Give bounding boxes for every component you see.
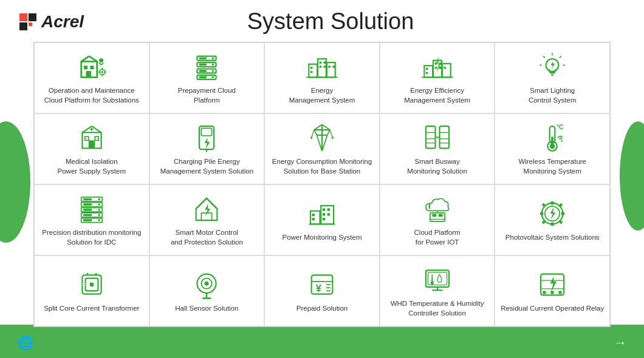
tower-monitor-icon <box>306 122 338 154</box>
solution-grid: Operation and MaintenanceCloud Platform … <box>33 42 611 327</box>
svg-rect-3 <box>29 22 32 26</box>
grid-item-photovoltaic[interactable]: Photovoltaic System Solutions <box>495 184 610 255</box>
svg-rect-64 <box>95 137 98 140</box>
grid-label-wireless-temp: Wireless TemperatureMonitoring System <box>518 157 586 176</box>
svg-point-110 <box>98 209 100 211</box>
grid-label-photovoltaic: Photovoltaic System Solutions <box>505 233 600 243</box>
footer-left[interactable]: 🌐 <box>17 335 33 351</box>
grid-item-op-maintenance[interactable]: Operation and MaintenanceCloud Platform … <box>34 42 149 113</box>
svg-rect-63 <box>85 137 89 140</box>
power-building-icon <box>306 198 338 229</box>
header: Acrel System Solution <box>0 0 644 38</box>
svg-rect-122 <box>323 213 325 215</box>
svg-rect-119 <box>312 218 315 220</box>
svg-line-75 <box>314 124 322 130</box>
grid-item-residual-current[interactable]: Residual Current Operated Relay <box>495 255 610 326</box>
svg-rect-39 <box>332 66 334 67</box>
grid-item-charging-pile[interactable]: Charging Pile EnergyManagement System So… <box>149 113 265 184</box>
grid-label-energy-mgmt: EnergyManagement System <box>289 86 355 105</box>
grid-label-precision-dist: Precision distribution monitoringSolutio… <box>42 228 141 247</box>
grid-label-op-maintenance: Operation and MaintenanceCloud Platform … <box>44 86 139 105</box>
arrow-right-icon: → <box>614 335 627 350</box>
svg-rect-171 <box>559 291 562 294</box>
svg-rect-169 <box>543 291 546 294</box>
svg-rect-0 <box>19 13 27 21</box>
svg-point-109 <box>98 203 100 205</box>
grid-label-hall-sensor: Hall Sensor Solution <box>175 304 238 314</box>
svg-point-147 <box>89 282 94 286</box>
svg-point-108 <box>98 198 100 200</box>
svg-rect-34 <box>320 61 321 63</box>
grid-item-prepayment-cloud[interactable]: Prepayment CloudPlatform <box>149 42 265 113</box>
grid-item-power-monitoring[interactable]: Power Monitoring System <box>264 184 380 255</box>
svg-point-21 <box>212 57 214 59</box>
grid-item-medical-isolation[interactable]: Medical IsolationPower Supply System <box>34 113 149 184</box>
svg-rect-105 <box>83 209 92 211</box>
grid-label-medical-isolation: Medical IsolationPower Supply System <box>58 157 126 176</box>
svg-rect-116 <box>310 211 320 224</box>
grid-label-smart-lighting: Smart LightingControl System <box>529 86 577 105</box>
grid-label-cloud-power-iot: Cloud Platformfor Power IOT <box>414 228 461 247</box>
svg-rect-128 <box>432 214 436 217</box>
prepaid-icon: ¥ <box>306 269 338 300</box>
svg-point-23 <box>212 70 214 72</box>
decorative-blob-left <box>0 121 30 243</box>
svg-rect-69 <box>202 128 212 135</box>
svg-rect-35 <box>324 61 326 63</box>
svg-rect-124 <box>323 218 325 220</box>
grid-item-precision-dist[interactable]: Precision distribution monitoringSolutio… <box>34 184 149 255</box>
grid-item-cloud-power-iot[interactable]: Cloud Platformfor Power IOT <box>380 184 495 255</box>
svg-line-78 <box>327 130 330 135</box>
svg-rect-44 <box>426 68 428 70</box>
relay-icon <box>536 269 568 300</box>
lightbulb-gear-icon <box>536 51 568 83</box>
svg-rect-129 <box>438 214 442 217</box>
solar-bolt-icon <box>536 198 568 229</box>
svg-rect-43 <box>442 64 450 78</box>
footer-right[interactable]: → <box>614 335 627 351</box>
svg-rect-106 <box>83 214 92 216</box>
grid-label-whd-temp: WHD Temperature & HumidityController Sol… <box>391 299 484 318</box>
grid-item-energy-mgmt[interactable]: EnergyManagement System <box>264 42 380 113</box>
grid-item-hall-sensor[interactable]: Hall Sensor Solution <box>149 255 265 326</box>
building-gear-icon <box>76 51 108 83</box>
grid-item-smart-busway[interactable]: Smart BuswayMonitoring Solution <box>380 113 495 184</box>
svg-point-82 <box>332 137 334 138</box>
svg-rect-45 <box>426 72 428 74</box>
decorative-blob-bottom <box>0 325 644 358</box>
grid-item-prepaid-solution[interactable]: ¥ Prepaid Solution <box>264 255 380 326</box>
svg-point-97 <box>561 140 563 142</box>
grid-item-wireless-temp[interactable]: °C Wireless TemperatureMonitoring System <box>495 113 610 184</box>
grid-item-split-core[interactable]: Split Core Current Transformer <box>34 255 149 326</box>
svg-rect-104 <box>83 203 92 205</box>
grid-label-prepayment-cloud: Prepayment CloudPlatform <box>178 86 236 105</box>
svg-rect-133 <box>551 201 554 204</box>
grid-label-residual-current: Residual Current Operated Relay <box>501 304 604 314</box>
svg-point-22 <box>212 64 214 66</box>
grid-item-smart-lighting[interactable]: Smart LightingControl System <box>495 42 610 113</box>
grid-item-energy-efficiency[interactable]: Energy EfficiencyManagement System <box>380 42 495 113</box>
svg-rect-25 <box>199 57 207 59</box>
grid-label-charging-pile: Charging Pile EnergyManagement System So… <box>160 157 253 176</box>
grid-item-energy-consumption[interactable]: Energy Consumption MonitoringSolution fo… <box>264 113 380 184</box>
svg-text:°C: °C <box>557 124 564 130</box>
grid-label-prepaid-solution: Prepaid Solution <box>296 304 348 314</box>
medical-building-icon <box>76 122 108 154</box>
svg-line-79 <box>317 135 322 151</box>
grid-label-split-core: Split Core Current Transformer <box>44 304 139 314</box>
grid-label-energy-consumption: Energy Consumption MonitoringSolution fo… <box>272 157 372 176</box>
svg-rect-163 <box>431 279 433 283</box>
svg-point-81 <box>310 137 312 138</box>
svg-point-52 <box>546 59 559 72</box>
svg-point-24 <box>212 76 214 78</box>
svg-rect-120 <box>323 208 325 211</box>
svg-rect-41 <box>424 66 433 77</box>
svg-rect-84 <box>439 126 449 148</box>
thermometer-icon: °C <box>536 122 568 154</box>
charging-bolt-icon <box>191 122 222 154</box>
svg-rect-36 <box>320 66 321 67</box>
grid-item-smart-motor[interactable]: Smart Motor Controland Protection Soluti… <box>149 184 265 255</box>
grid-item-whd-temp[interactable]: WHD Temperature & HumidityController Sol… <box>380 255 495 326</box>
svg-rect-170 <box>551 291 554 294</box>
whd-controller-icon <box>422 264 453 296</box>
